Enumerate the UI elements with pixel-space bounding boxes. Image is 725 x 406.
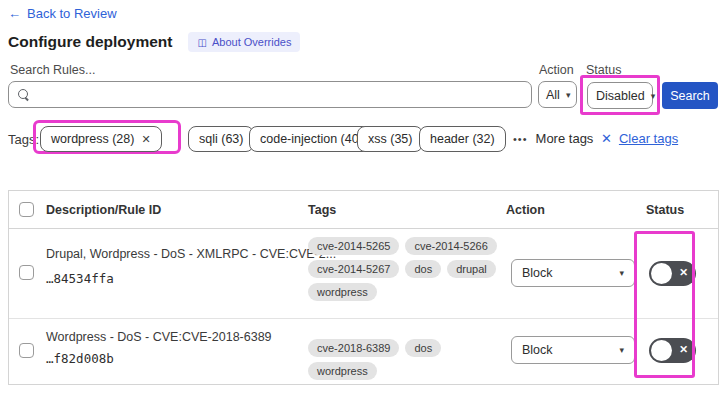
tag-filter-label: xss (35) <box>368 132 412 146</box>
search-rules-label: Search Rules... <box>10 63 95 77</box>
action-select[interactable]: Block ▾ <box>511 259 635 287</box>
status-filter-dropdown[interactable]: Disabled ▾ <box>587 82 653 109</box>
tag-filter-wordpress[interactable]: wordpress (28) ✕ <box>40 126 162 152</box>
action-filter-dropdown[interactable]: All ▾ <box>538 81 577 108</box>
table-header-row: Description/Rule ID Tags Action Status <box>9 191 718 229</box>
status-toggle-off[interactable]: ✕ <box>649 338 696 363</box>
clear-tags-button[interactable]: ✕ Clear tags <box>601 131 678 146</box>
book-icon: ◫ <box>197 37 206 48</box>
search-icon <box>18 89 29 100</box>
action-select[interactable]: Block ▾ <box>511 336 635 364</box>
table-row: Drupal, Wordpress - DoS - XMLRPC - CVE:C… <box>9 229 718 319</box>
back-link-label: Back to Review <box>27 6 117 21</box>
status-filter-label: Status <box>586 63 621 77</box>
column-header-description: Description/Rule ID <box>46 203 161 217</box>
rule-tag-chip: cve-2014-5267 <box>308 260 399 278</box>
action-select-value: Block <box>522 343 553 357</box>
action-select-value: Block <box>522 266 553 280</box>
remove-tag-icon[interactable]: ✕ <box>141 133 150 146</box>
rule-tag-chip: dos <box>405 260 441 278</box>
search-button[interactable]: Search <box>662 82 718 109</box>
tag-filter-label: header (32) <box>430 132 495 146</box>
configure-deployment-page: ← Back to Review Configure deployment ◫ … <box>0 0 725 406</box>
action-filter-label: Action <box>539 63 574 77</box>
page-title: Configure deployment <box>8 33 172 51</box>
toggle-knob <box>651 263 672 284</box>
rules-table: Description/Rule ID Tags Action Status D… <box>8 190 719 385</box>
chevron-down-icon: ▾ <box>651 91 656 101</box>
tag-filter-label: code-injection (40) <box>260 132 363 146</box>
action-filter-value: All <box>546 88 560 102</box>
rule-description: Drupal, Wordpress - DoS - XMLRPC - CVE:C… <box>46 247 336 261</box>
rule-tag-chip: wordpress <box>308 283 377 301</box>
tag-filter-code-injection[interactable]: code-injection (40) <box>249 126 374 152</box>
tag-filter-header[interactable]: header (32) <box>419 126 506 152</box>
rule-tag-chip: drupal <box>447 260 496 278</box>
status-filter-value: Disabled <box>596 89 645 103</box>
tag-filter-label: sqli (63) <box>199 132 243 146</box>
tag-filter-label: wordpress (28) <box>51 132 134 146</box>
back-arrow-icon: ← <box>8 6 21 21</box>
rule-tag-chip: cve-2014-5266 <box>405 237 496 255</box>
about-badge-label: About Overrides <box>212 36 291 48</box>
column-header-action: Action <box>506 203 545 217</box>
status-toggle-off[interactable]: ✕ <box>649 261 696 286</box>
tag-filter-xss[interactable]: xss (35) <box>357 126 423 152</box>
back-to-review-link[interactable]: ← Back to Review <box>8 6 117 21</box>
more-tags-label: More tags <box>536 131 594 146</box>
clear-tags-label: Clear tags <box>619 131 678 146</box>
row-checkbox[interactable] <box>19 265 34 280</box>
toggle-x-icon: ✕ <box>679 343 688 355</box>
chevron-down-icon: ▾ <box>566 90 571 100</box>
chevron-down-icon: ▾ <box>619 345 624 355</box>
table-row: Wordpress - DoS - CVE:CVE-2018-6389 …f82… <box>9 319 718 385</box>
toggle-x-icon: ✕ <box>679 266 688 278</box>
select-all-checkbox[interactable] <box>19 202 34 217</box>
chevron-down-icon: ▾ <box>619 268 624 278</box>
toggle-knob <box>651 340 672 361</box>
tag-filter-sqli[interactable]: sqli (63) <box>188 126 254 152</box>
rule-tags: cve-2018-6389 dos wordpress <box>308 339 504 380</box>
tags-bar-label: Tags: <box>8 132 39 147</box>
rule-description: Wordpress - DoS - CVE:CVE-2018-6389 <box>46 330 272 344</box>
rule-tags: cve-2014-5265 cve-2014-5266 cve-2014-526… <box>308 237 504 301</box>
column-header-tags: Tags <box>308 203 336 217</box>
rule-tag-chip: cve-2018-6389 <box>308 339 399 357</box>
more-tags-button[interactable]: ••• More tags <box>513 131 593 146</box>
rule-id: …f82d008b <box>46 351 114 366</box>
close-icon: ✕ <box>601 131 612 146</box>
rule-tag-chip: wordpress <box>308 362 377 380</box>
column-header-status: Status <box>646 203 684 217</box>
rule-id: …84534ffa <box>46 271 114 286</box>
ellipsis-icon: ••• <box>513 133 528 145</box>
row-checkbox[interactable] <box>19 343 34 358</box>
rule-tag-chip: dos <box>405 339 441 357</box>
about-overrides-badge[interactable]: ◫ About Overrides <box>188 32 300 52</box>
search-rules-input[interactable] <box>8 81 532 108</box>
rule-tag-chip: cve-2014-5265 <box>308 237 399 255</box>
title-row: Configure deployment ◫ About Overrides <box>8 32 300 52</box>
